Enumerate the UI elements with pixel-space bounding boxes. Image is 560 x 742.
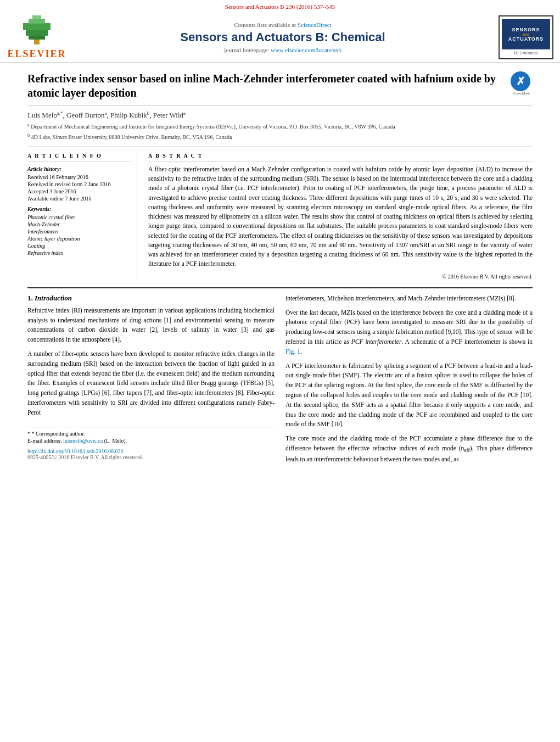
article-history-label: Article history: bbox=[27, 166, 131, 172]
keywords-list: Photonic crystal fiber Mach-Zehnder Inte… bbox=[27, 214, 131, 256]
abstract-column: A B S T R A C T A fiber-optic interferom… bbox=[148, 153, 533, 280]
header-center: Contents lists available at ScienceDirec… bbox=[67, 21, 499, 53]
sensors-logo-sub: B: Chemical bbox=[514, 51, 537, 55]
affil-b: b 4D Labs, Simon Fraser University, 8888… bbox=[27, 132, 533, 141]
author-peter-wild: Peter Wilda bbox=[153, 111, 186, 119]
keyword-3: Interferometer bbox=[27, 228, 131, 235]
footnote-email: E-mail address: luismelo@uvic.ca (L. Mel… bbox=[27, 438, 275, 444]
intro-para-right-2: Over the last decade, MZIs based on the … bbox=[285, 308, 533, 357]
copyright-line: © 2016 Elsevier B.V. All rights reserved… bbox=[148, 274, 533, 280]
elsevier-text: ELSEVIER bbox=[7, 48, 66, 60]
elsevier-tree-icon bbox=[15, 14, 59, 47]
main-content: 1. Introduction Refractive index (RI) me… bbox=[27, 294, 533, 469]
keyword-4: Atomic layer deposition bbox=[27, 236, 131, 242]
intro-para-1: Refractive index (RI) measurements are i… bbox=[27, 306, 275, 345]
sensors-logo-inner: SENSORS and ACTUATORS bbox=[502, 19, 550, 49]
sensors-logo-text-bottom: ACTUATORS bbox=[508, 36, 544, 42]
article-body: Refractive index sensor based on inline … bbox=[0, 63, 560, 478]
abstract-title: A B S T R A C T bbox=[148, 153, 533, 161]
author-luis-melo: Luis Meloa,* bbox=[27, 111, 63, 119]
available-date: Available online 7 June 2016 bbox=[27, 196, 131, 202]
sensors-logo-box: SENSORS and ACTUATORS B: Chemical bbox=[499, 15, 553, 59]
intro-para-right-1: interferometers, Michelson interferomete… bbox=[285, 294, 533, 304]
header: Sensors and Actuators B 236 (2016) 537–5… bbox=[0, 0, 560, 63]
accepted-date: Accepted 3 June 2016 bbox=[27, 188, 131, 194]
svg-rect-2 bbox=[26, 30, 48, 36]
article-info-title: A R T I C L E I N F O bbox=[27, 153, 131, 161]
crossmark-icon: ✗ bbox=[511, 71, 530, 91]
main-left-column: 1. Introduction Refractive index (RI) me… bbox=[27, 294, 275, 469]
main-right-column: interferometers, Michelson interferomete… bbox=[285, 294, 533, 469]
elsevier-logo: ELSEVIER bbox=[7, 14, 67, 60]
footnote-section: * * Corresponding author. E-mail address… bbox=[27, 427, 275, 460]
keyword-2: Mach-Zehnder bbox=[27, 221, 131, 227]
authors-line: Luis Meloa,*, Geoff Burtona, Philip Kubi… bbox=[27, 110, 533, 120]
affil-a: a Department of Mechanical Engineering a… bbox=[27, 122, 533, 131]
revised-date: Received in revised form 2 June 2016 bbox=[27, 181, 131, 187]
intro-para-2: A number of fiber-optic sensors have bee… bbox=[27, 349, 275, 418]
keywords-label: Keywords: bbox=[27, 206, 131, 212]
doi-link[interactable]: http://dx.doi.org/10.1016/j.snb.2016.06.… bbox=[27, 448, 124, 454]
abstract-text: A fiber-optic interferometer based on a … bbox=[148, 165, 533, 269]
author-philip-kubik: Philip Kubikb bbox=[110, 111, 149, 119]
crossmark-label: CrossMark bbox=[511, 91, 533, 96]
svg-rect-0 bbox=[34, 39, 40, 44]
keyword-5: Coating bbox=[27, 243, 131, 249]
article-info-abstract: A R T I C L E I N F O Article history: R… bbox=[27, 147, 533, 280]
keyword-1: Photonic crystal fiber bbox=[27, 214, 131, 220]
sensors-logo-text-top: SENSORS bbox=[512, 27, 540, 32]
journal-ref: Sensors and Actuators B 236 (2016) 537–5… bbox=[225, 3, 335, 10]
homepage-line: journal homepage: www.elsevier.com/locat… bbox=[78, 47, 488, 53]
svg-rect-3 bbox=[23, 23, 51, 30]
doi-line: http://dx.doi.org/10.1016/j.snb.2016.06.… bbox=[27, 448, 275, 454]
affiliations: a Department of Mechanical Engineering a… bbox=[27, 122, 533, 141]
section-1-header: 1. Introduction bbox=[27, 294, 275, 303]
article-title-section: Refractive index sensor based on inline … bbox=[27, 71, 533, 106]
journal-title: Sensors and Actuators B: Chemical bbox=[78, 30, 488, 44]
sciencedirect-line: Contents lists available at ScienceDirec… bbox=[78, 21, 488, 28]
footnote-corresponding: * * Corresponding author. bbox=[27, 431, 275, 437]
crossmark-badge: ✗ CrossMark bbox=[511, 71, 533, 93]
sciencedirect-link[interactable]: ScienceDirect bbox=[298, 21, 332, 28]
author-geoff-burton: Geoff Burtona bbox=[66, 111, 107, 119]
svg-rect-1 bbox=[29, 35, 45, 40]
intro-para-right-4: The core mode and the cladding mode of t… bbox=[285, 434, 533, 465]
issn-line: 0925-4005/© 2016 Elsevier B.V. All right… bbox=[27, 454, 275, 460]
content-divider bbox=[27, 287, 533, 288]
homepage-url: www.elsevier.com/locate/snb bbox=[271, 47, 341, 53]
received-date: Received 16 February 2016 bbox=[27, 174, 131, 180]
svg-rect-5 bbox=[32, 15, 41, 19]
intro-para-right-3: A PCF interferometer is fabricated by sp… bbox=[285, 361, 533, 430]
fig1-link[interactable]: Fig. 1 bbox=[285, 348, 300, 355]
svg-rect-4 bbox=[29, 19, 45, 24]
email-link[interactable]: luismelo@uvic.ca bbox=[63, 438, 103, 444]
keyword-6: Refractive index bbox=[27, 250, 131, 256]
journal-ref-line: Sensors and Actuators B 236 (2016) 537–5… bbox=[0, 3, 560, 10]
article-title: Refractive index sensor based on inline … bbox=[27, 71, 511, 100]
header-content: ELSEVIER Contents lists available at Sci… bbox=[0, 12, 560, 62]
sensors-logo-and: and bbox=[523, 32, 529, 36]
article-info-column: A R T I C L E I N F O Article history: R… bbox=[27, 153, 137, 280]
